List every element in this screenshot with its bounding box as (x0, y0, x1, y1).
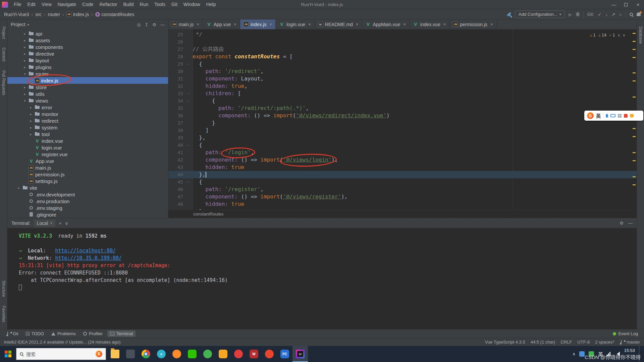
breadcrumb-item-index-js[interactable]: JSindex.js (66, 12, 90, 17)
toolwindow-button-todo[interactable]: TODO (23, 330, 47, 337)
notifications-icon[interactable] (637, 12, 641, 16)
tree-item-api[interactable]: ▸api (7, 30, 168, 37)
chevron-right-icon[interactable]: ▸ (23, 52, 27, 56)
taskbar-red-app[interactable] (262, 346, 277, 362)
prev-issue-icon[interactable]: ∧ (618, 32, 620, 39)
git-pull-icon[interactable]: ↓ (605, 12, 608, 17)
tree-item-router[interactable]: ▾router (7, 70, 168, 77)
gift-icon[interactable] (624, 114, 628, 118)
line-number[interactable]: 30 (168, 68, 184, 75)
line-number[interactable]: 38 (168, 127, 184, 134)
locate-file-icon[interactable]: ◎ (137, 22, 141, 27)
menu-view[interactable]: View (39, 0, 55, 9)
code-line-33[interactable]: 33− children: [ (168, 90, 637, 97)
git-push-icon[interactable]: ↗ (611, 12, 615, 17)
tree-item-permission-js[interactable]: JSpermission.js (7, 171, 168, 178)
line-number[interactable]: 39 (168, 134, 184, 141)
line-number[interactable]: 25 (168, 31, 184, 38)
line-number[interactable]: 35 (168, 105, 184, 112)
line-number[interactable]: 26 (168, 38, 184, 46)
code-line-42[interactable]: 42 component: () => import('@/views/logi… (168, 156, 637, 164)
taskbar-file-explorer[interactable] (107, 346, 123, 362)
line-number[interactable]: 49 (168, 208, 184, 210)
editor[interactable]: ⚠1 ⚠14 ✓1 ∧ ∨ 25 */2627// 公共路由28export c… (168, 29, 637, 210)
clock[interactable]: 15:53 (624, 348, 635, 353)
tray-expand-icon[interactable]: ∧ (573, 352, 576, 356)
code-line-41[interactable]: 41 path: '/login', (168, 149, 637, 156)
status-2-spaces[interactable]: 2 spaces* (595, 340, 614, 345)
tree-item-env-staging[interactable]: .env.staging (7, 204, 168, 211)
tree-item-index-vue[interactable]: Vindex.vue (7, 137, 168, 144)
next-issue-icon[interactable]: ∨ (623, 32, 625, 39)
toolwindow-button-event-log[interactable]: Event Log (610, 330, 641, 337)
chevron-right-icon[interactable]: ▸ (23, 65, 27, 69)
taskbar-system-app[interactable] (123, 346, 138, 362)
settings-gear-icon[interactable]: ⚙ (152, 22, 156, 27)
close-tab-icon[interactable]: × (490, 22, 493, 27)
line-number[interactable]: 33 (168, 90, 184, 97)
terminal-url-link[interactable]: http://10.35.0.199:80/ (55, 255, 122, 261)
tree-item-views[interactable]: ▾views (7, 97, 168, 104)
status-crlf[interactable]: CRLF (560, 340, 572, 345)
code-line-30[interactable]: 30 path: '/redirect', (168, 68, 637, 75)
status-master[interactable]: master (620, 340, 640, 345)
restore-icon[interactable] (620, 0, 632, 9)
tab-main-js[interactable]: JSmain.js× (168, 19, 203, 29)
tree-item-app-vue[interactable]: VApp.vue (7, 158, 168, 164)
status-44-5-1-char[interactable]: 44:5 (1 char) (531, 340, 555, 345)
code-line-49[interactable]: 49 }, (168, 208, 637, 210)
tree-item-env-production[interactable]: .env.production (7, 198, 168, 204)
menu-help[interactable]: Help (203, 0, 219, 9)
code-line-43[interactable]: 43 hidden: true (168, 164, 637, 171)
line-number[interactable]: 36 (168, 112, 184, 119)
taskbar-firefox[interactable] (169, 346, 184, 362)
close-tab-icon[interactable]: × (234, 22, 236, 27)
tree-item-plugins[interactable]: ▸plugins (7, 64, 168, 70)
close-tab-icon[interactable]: × (50, 221, 52, 226)
taskbar-media-app[interactable] (231, 346, 246, 362)
code-line-36[interactable]: 36 component: () => import('@/views/redi… (168, 112, 637, 119)
toolbox-icon[interactable] (618, 114, 622, 118)
chevron-down-icon[interactable]: ▾ (23, 99, 27, 103)
fold-marker-icon[interactable]: − (184, 90, 193, 97)
tree-item-directive[interactable]: ▸directive (7, 50, 168, 57)
taskbar-edge[interactable]: e (154, 346, 169, 362)
line-number[interactable]: 34 (168, 97, 184, 105)
keyboard-icon[interactable] (610, 114, 615, 117)
git-update-icon[interactable]: ✓ (598, 12, 602, 17)
tool-window-button-favorites[interactable]: Favorites (1, 306, 6, 322)
chevron-right-icon[interactable]: ▸ (23, 59, 27, 62)
collapse-all-icon[interactable]: ↥ (145, 22, 148, 27)
tree-item-vite[interactable]: ▸vite (7, 184, 168, 191)
chevron-right-icon[interactable]: ▸ (29, 119, 33, 123)
hide-panel-icon[interactable]: — (160, 22, 165, 27)
terminal-tab-local[interactable]: Local × (34, 220, 55, 227)
tree-item-tool[interactable]: ▸tool (7, 131, 168, 137)
tab-readme-md[interactable]: MREADME.md× (315, 19, 362, 29)
close-tab-icon[interactable]: × (356, 22, 359, 27)
code-line-35[interactable]: 35 path: '/redirect/:path(.*)', (168, 105, 637, 112)
toolwindow-button-problems[interactable]: Problems (49, 330, 78, 337)
line-number[interactable]: 45 (168, 178, 184, 186)
line-number[interactable]: 28 (168, 53, 184, 60)
close-tab-icon[interactable]: × (443, 22, 446, 27)
code-line-45[interactable]: 45− { (168, 178, 637, 186)
tree-item-register-vue[interactable]: Vregister.vue (7, 151, 168, 158)
code-line-27[interactable]: 27// 公共路由 (168, 46, 637, 53)
tree-item-env-development[interactable]: .env.development (7, 191, 168, 198)
toolwindow-button-git[interactable]: Git (3, 330, 21, 337)
tree-item-error[interactable]: ▸error (7, 104, 168, 111)
code-line-37[interactable]: 37 } (168, 119, 637, 127)
menu-run[interactable]: Run (137, 0, 152, 9)
chevron-right-icon[interactable]: ▸ (23, 45, 27, 49)
trophy-icon[interactable] (630, 114, 634, 118)
line-number[interactable]: 37 (168, 119, 184, 127)
breadcrumb-item-constantroutes[interactable]: vconstantRoutes (95, 12, 135, 17)
code-line-32[interactable]: 32 hidden: true, (168, 82, 637, 90)
line-number[interactable]: 41 (168, 149, 184, 156)
fold-marker-icon[interactable]: − (184, 141, 193, 149)
fold-marker-icon[interactable]: − (184, 97, 193, 105)
terminal-settings-gear-icon[interactable]: ⚙ (620, 221, 624, 226)
tab-index-js[interactable]: JSindex.js× (240, 19, 276, 29)
debug-icon[interactable] (576, 12, 580, 16)
